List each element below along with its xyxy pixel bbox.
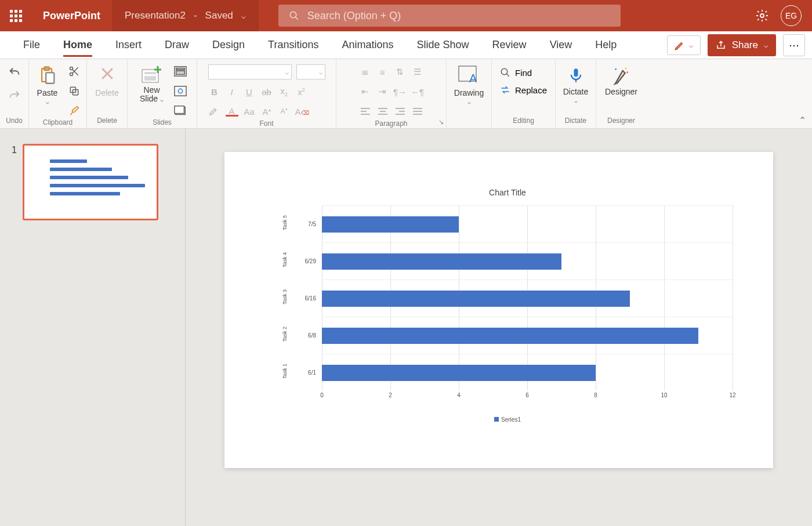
svg-point-43	[615, 68, 617, 70]
group-label-dictate: Dictate	[565, 117, 586, 127]
svg-point-6	[70, 67, 73, 70]
more-options-button[interactable]: ⋯	[783, 34, 805, 56]
chart-plot-area: Task 57/5Task 46/29Task 36/16Task 26/8Ta…	[322, 205, 733, 402]
strikethrough-button[interactable]: ab	[260, 87, 273, 97]
tab-animations[interactable]: Animations	[330, 31, 405, 59]
redo-button[interactable]	[7, 88, 22, 103]
grow-font-button[interactable]: A▴	[260, 107, 273, 117]
font-family-select[interactable]: ⌵	[208, 64, 292, 79]
share-button[interactable]: Share ⌵	[708, 34, 776, 56]
underline-button[interactable]: U	[243, 87, 256, 97]
list-level-button[interactable]: ☰	[411, 66, 424, 78]
drawing-button[interactable]: A Drawing ⌵	[451, 63, 487, 107]
tab-review[interactable]: Review	[481, 31, 538, 59]
dictate-button[interactable]: Dictate ⌵	[560, 63, 592, 106]
svg-rect-5	[46, 72, 54, 83]
layout-button[interactable]	[173, 64, 188, 79]
tab-transitions[interactable]: Transitions	[256, 31, 330, 59]
search-icon	[289, 10, 299, 21]
scissors-icon	[68, 66, 80, 77]
font-size-select[interactable]: ⌵	[296, 64, 325, 79]
x-tick: 8	[594, 392, 597, 398]
bullets-button[interactable]: ≣	[359, 66, 372, 78]
numbering-button[interactable]: ≡	[376, 66, 389, 78]
line-spacing-button[interactable]: ⇅	[394, 66, 407, 78]
clear-formatting-button[interactable]: A⌫	[295, 107, 308, 117]
group-label-paragraph: Paragraph	[375, 119, 407, 130]
slide-canvas-area[interactable]: Chart Title Task 57/5Task 46/29Task 36/1…	[186, 129, 812, 526]
dialog-launcher-icon[interactable]: ↘	[438, 118, 444, 126]
tab-home[interactable]: Home	[52, 31, 104, 59]
copy-button[interactable]	[67, 84, 82, 99]
svg-point-7	[70, 73, 73, 76]
italic-button[interactable]: I	[226, 87, 238, 97]
data-label: 6/1	[295, 369, 316, 376]
svg-rect-22	[175, 86, 186, 96]
reset-button[interactable]	[173, 84, 188, 99]
document-title-dropdown[interactable]: Presentation2 - Saved ⌵	[112, 0, 259, 31]
superscript-button[interactable]: x2	[295, 87, 308, 97]
chart-bar	[322, 216, 459, 233]
replace-button[interactable]: Replace	[500, 85, 547, 95]
share-icon	[716, 40, 726, 50]
tab-design[interactable]: Design	[201, 31, 256, 59]
decrease-indent-button[interactable]: ⇤	[359, 85, 372, 98]
user-avatar[interactable]: EG	[781, 5, 802, 26]
format-painter-button[interactable]	[67, 103, 82, 118]
tab-help[interactable]: Help	[583, 31, 628, 59]
waffle-icon	[10, 10, 22, 22]
delete-x-icon	[99, 65, 116, 82]
editing-mode-button[interactable]: ⌵	[667, 35, 701, 55]
undo-button[interactable]	[7, 65, 22, 80]
align-center-button[interactable]	[376, 105, 389, 118]
ellipsis-icon: ⋯	[789, 39, 799, 52]
settings-icon[interactable]	[755, 9, 769, 23]
bar-row: Task 46/29	[322, 242, 733, 280]
collapse-ribbon-button[interactable]: ⌃	[799, 115, 806, 126]
svg-point-40	[501, 68, 507, 75]
new-slide-button[interactable]: NewSlide ⌵	[136, 63, 167, 106]
designer-icon	[612, 65, 630, 86]
app-name: PowerPoint	[31, 10, 112, 22]
increase-indent-button[interactable]: ⇥	[376, 85, 389, 98]
bold-button[interactable]: B	[208, 87, 221, 97]
copy-icon	[68, 85, 80, 97]
chart-bar	[322, 328, 698, 344]
ltr-button[interactable]: ¶→	[394, 85, 407, 98]
chart-title: Chart Title	[271, 188, 744, 197]
tab-slide-show[interactable]: Slide Show	[405, 31, 481, 59]
subscript-button[interactable]: x2	[278, 86, 291, 97]
align-left-button[interactable]	[359, 105, 372, 118]
designer-button[interactable]: Designer	[601, 63, 641, 99]
tab-file[interactable]: File	[12, 31, 52, 59]
slide-thumbnail-1[interactable]	[23, 144, 158, 220]
legend-series-name: Series1	[501, 416, 521, 423]
section-button[interactable]	[173, 103, 188, 118]
svg-point-0	[290, 12, 296, 18]
shrink-font-button[interactable]: A▾	[278, 107, 291, 115]
find-button[interactable]: Find	[500, 67, 532, 78]
font-color-button[interactable]: A	[226, 106, 238, 117]
ribbon-tabs: File Home Insert Draw Design Transitions…	[0, 31, 812, 59]
tab-view[interactable]: View	[538, 31, 584, 59]
slide-1[interactable]: Chart Title Task 57/5Task 46/29Task 36/1…	[224, 152, 773, 468]
bar-row: Task 57/5	[322, 205, 733, 242]
align-right-button[interactable]	[394, 105, 407, 118]
paste-button[interactable]: Paste ⌵	[34, 63, 61, 107]
tab-insert[interactable]: Insert	[104, 31, 153, 59]
x-tick: 10	[661, 392, 667, 398]
justify-button[interactable]	[411, 105, 424, 118]
workspace: 1 Chart Title Task 57/5Task 46/29Task 36…	[0, 129, 812, 526]
cut-button[interactable]	[67, 64, 82, 79]
tab-draw[interactable]: Draw	[153, 31, 201, 59]
chart-object[interactable]: Chart Title Task 57/5Task 46/29Task 36/1…	[271, 188, 744, 439]
group-label-designer: Designer	[607, 117, 635, 127]
change-case-button[interactable]: Aa	[243, 107, 256, 117]
search-input[interactable]: Search (Option + Q)	[278, 5, 621, 27]
svg-rect-4	[44, 67, 49, 70]
rtl-button[interactable]: ←¶	[411, 85, 424, 98]
category-label: Task 3	[282, 293, 288, 304]
app-launcher-button[interactable]	[0, 0, 31, 31]
group-label-delete: Delete	[97, 117, 117, 127]
highlight-button[interactable]	[208, 106, 221, 117]
